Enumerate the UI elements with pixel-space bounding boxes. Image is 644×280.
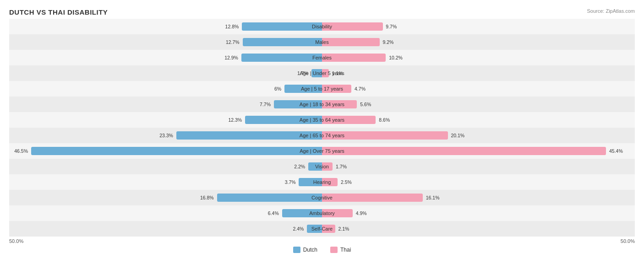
value-left: 23.3% [159,133,173,138]
value-right: 1.7% [336,164,347,169]
table-row: 2.2%1.7%Vision [9,159,635,174]
bar-label: Vision [315,164,329,169]
bar-label: Disability [312,24,332,29]
value-right: 16.1% [426,195,440,200]
bar-left [241,54,322,62]
chart-container: DUTCH VS THAI DISABILITY Source: ZipAtla… [0,0,644,280]
chart-title: DUTCH VS THAI DISABILITY [9,8,635,16]
table-row: 12.9%10.2%Females [9,50,635,65]
bar-left [217,194,322,202]
value-left: 12.9% [224,55,238,60]
value-right: 2.5% [341,179,352,185]
value-left: 7.7% [260,102,271,107]
legend-box-dutch [293,247,300,253]
value-right: 4.7% [355,86,366,92]
bar-label: Hearing [313,179,331,185]
value-left: 16.8% [200,195,214,200]
value-left: 2.2% [294,164,305,169]
bar-label: Age | 18 to 34 years [300,102,344,107]
value-left: 6.4% [268,210,279,216]
chart-area: 12.8%9.7%Disability12.7%9.2%Males12.9%10… [9,19,635,237]
source-label: Source: ZipAtlas.com [587,8,635,14]
legend-item-dutch: Dutch [293,247,317,253]
legend: Dutch Thai [9,247,635,253]
table-row: 12.7%9.2%Males [9,34,635,50]
value-right: 9.2% [383,39,394,45]
table-row: 7.7%5.6%Age | 18 to 34 years [9,97,635,112]
table-row: 16.8%16.1%Cognitive [9,190,635,205]
bar-right [322,38,380,46]
table-row: 12.3%8.6%Age | 35 to 64 years [9,112,635,128]
bar-right [322,147,606,155]
bar-label: Females [312,55,332,60]
value-right: 8.6% [379,117,390,123]
value-left: 12.8% [225,24,239,29]
value-right: 4.9% [356,210,367,216]
value-left: 3.7% [285,179,296,185]
table-row: 46.5%45.4%Age | Over 75 years [9,143,635,159]
table-row: 12.8%9.7%Disability [9,19,635,34]
bar-label: Age | 35 to 64 years [300,117,344,123]
value-left: 12.3% [228,117,242,123]
bar-label: Self-Care [311,226,333,232]
bar-label: Cognitive [311,195,333,200]
table-row: 1.7%1.1%Age | Under 5 years [9,65,635,81]
bar-left [31,147,322,155]
table-row: 6.4%4.9%Ambulatory [9,205,635,221]
legend-label-thai: Thai [340,247,351,253]
axis-row: 50.0% 50.0% [9,238,635,244]
table-row: 23.3%20.1%Age | 65 to 74 years [9,128,635,143]
value-right: 20.1% [451,133,464,138]
axis-right-label: 50.0% [621,238,635,244]
bar-label: Age | Over 75 years [300,148,344,154]
value-right: 10.2% [389,55,403,60]
bar-label: Males [315,39,328,45]
value-right: 45.4% [609,148,623,154]
table-row: 2.4%2.1%Self-Care [9,221,635,237]
legend-item-thai: Thai [330,247,351,253]
table-row: 3.7%2.5%Hearing [9,174,635,190]
bar-label: Age | 65 to 74 years [300,133,344,138]
bar-label: Ambulatory [309,210,335,216]
table-row: 6%4.7%Age | 5 to 17 years [9,81,635,97]
bar-label: Age | Under 5 years [300,70,344,76]
value-right: 9.7% [386,24,397,29]
bar-label: Age | 5 to 17 years [301,86,343,92]
bar-left [243,38,322,46]
bar-right [322,194,423,202]
value-right: 2.1% [338,226,349,232]
value-left: 46.5% [14,148,28,154]
value-left: 6% [274,86,281,92]
value-left: 12.7% [226,39,240,45]
bar-left [242,22,322,31]
value-left: 2.4% [293,226,304,232]
legend-box-thai [330,247,338,253]
axis-left-label: 50.0% [9,238,23,244]
legend-label-dutch: Dutch [303,247,317,253]
value-right: 5.6% [360,102,371,107]
